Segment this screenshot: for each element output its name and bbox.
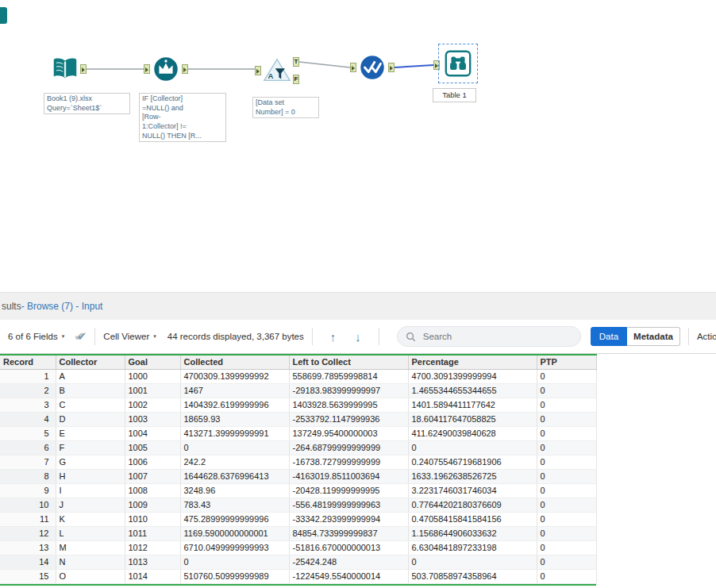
search-input[interactable] (422, 331, 560, 342)
data-cell[interactable]: M (56, 541, 125, 555)
data-cell[interactable]: J (56, 498, 125, 513)
data-cell[interactable]: 0 (537, 570, 596, 584)
data-cell[interactable]: 1403928.5639999995 (289, 398, 408, 413)
data-cell[interactable]: 1633.1962638526725 (408, 470, 537, 484)
column-header-left-to-collect[interactable]: Left to Collect (289, 355, 408, 370)
data-cell[interactable]: -4163019.8511003694 (289, 470, 408, 484)
data-cell[interactable]: 0.77644202180376609 (408, 498, 537, 513)
browse-tool[interactable] (443, 48, 473, 79)
output-anchor[interactable] (388, 63, 395, 72)
data-cell[interactable]: -2533792.1147999936 (289, 413, 408, 427)
data-cell[interactable]: 84854.733999999837 (289, 527, 408, 541)
scroll-down-button[interactable]: ↓ (350, 329, 366, 344)
record-number-cell[interactable]: 2 (0, 384, 56, 398)
data-cell[interactable]: 0 (537, 455, 596, 470)
true-output-anchor[interactable]: T (293, 57, 299, 67)
data-cell[interactable]: 783.43 (180, 498, 289, 513)
data-cell[interactable]: K (56, 513, 125, 527)
data-cell[interactable]: 3.2231746031746034 (408, 484, 537, 498)
column-header-record[interactable]: Record (0, 355, 56, 370)
record-number-cell[interactable]: 4 (0, 413, 56, 427)
data-cell[interactable]: D (56, 413, 125, 427)
column-header-ptp[interactable]: PTP (537, 355, 596, 370)
record-number-cell[interactable]: 5 (0, 427, 56, 441)
data-cell[interactable]: 1000 (125, 370, 180, 384)
data-cell[interactable]: 1004 (125, 427, 180, 441)
record-number-cell[interactable]: 10 (0, 498, 56, 513)
data-cell[interactable]: 1404392.6199999996 (180, 398, 289, 413)
data-cell[interactable]: 1467 (180, 384, 289, 398)
browse-tool-label[interactable]: Table 1 (433, 88, 476, 102)
input-data-tool[interactable] (50, 54, 80, 84)
data-cell[interactable]: 1169.5900000000001 (180, 527, 289, 541)
output-anchor[interactable] (80, 64, 87, 74)
data-cell[interactable]: H (56, 470, 125, 484)
search-box[interactable] (397, 326, 581, 347)
record-number-cell[interactable]: 1 (0, 370, 56, 384)
data-cell[interactable]: 6.6304841897233198 (408, 541, 537, 555)
data-cell[interactable]: 0 (537, 384, 596, 398)
data-cell[interactable]: 1401.5894411177642 (408, 398, 537, 413)
data-cell[interactable]: 411.62490039840628 (408, 427, 537, 441)
formula-annotation[interactable]: IF [Collector] =NULL() and [Row- 1:Colle… (139, 93, 226, 142)
data-cell[interactable]: 558699.78959998814 (289, 370, 408, 384)
record-number-cell[interactable]: 3 (0, 398, 56, 413)
data-cell[interactable]: -16738.727999999999 (289, 455, 408, 470)
data-cell[interactable]: B (56, 384, 125, 398)
filter-tool[interactable]: A (262, 56, 292, 86)
data-view-button[interactable]: Data (591, 327, 627, 346)
data-cell[interactable]: -556.48199999999963 (289, 498, 408, 513)
scroll-up-button[interactable]: ↑ (325, 329, 341, 344)
actions-menu[interactable]: Actions (697, 332, 716, 341)
workflow-canvas[interactable]: A T F Table 1 Book1 (9).xlsx Query=`Shee… (0, 0, 716, 292)
data-cell[interactable]: 0 (537, 370, 596, 384)
data-cell[interactable]: 1003 (125, 413, 180, 427)
data-cell[interactable]: 0 (408, 441, 537, 455)
data-cell[interactable]: -25424.248 (289, 555, 408, 570)
data-cell[interactable]: 0.24075546719681906 (408, 455, 537, 470)
data-cell[interactable]: -1224549.5540000014 (289, 570, 408, 584)
data-cell[interactable]: 0 (408, 555, 537, 570)
metadata-view-button[interactable]: Metadata (627, 327, 680, 346)
data-cell[interactable]: 0 (537, 484, 596, 498)
data-cell[interactable]: -33342.293999999994 (289, 513, 408, 527)
record-number-cell[interactable]: 12 (0, 527, 56, 541)
data-cell[interactable]: 1011 (125, 527, 180, 541)
data-cell[interactable]: 475.28999999999996 (180, 513, 289, 527)
data-cell[interactable]: 1005 (125, 441, 180, 455)
input-anchor[interactable] (255, 66, 261, 75)
data-cell[interactable]: I (56, 484, 125, 498)
connector[interactable] (299, 62, 350, 67)
column-header-collector[interactable]: Collector (56, 355, 125, 370)
data-cell[interactable]: 1006 (125, 455, 180, 470)
data-cell[interactable]: 4700309.1399999992 (180, 370, 289, 384)
record-number-cell[interactable]: 9 (0, 484, 56, 498)
data-cell[interactable]: -51816.670000000013 (289, 541, 408, 555)
input-annotation[interactable]: Book1 (9).xlsx Query=`Sheet1$` (44, 93, 130, 114)
data-cell[interactable]: 1002 (125, 398, 180, 413)
data-cell[interactable]: 0 (537, 398, 596, 413)
data-cell[interactable]: 0 (537, 498, 596, 513)
data-cell[interactable]: 137249.95400000003 (289, 427, 408, 441)
false-output-anchor[interactable]: F (293, 75, 299, 84)
connector-selected[interactable] (395, 65, 433, 67)
data-cell[interactable]: 0 (537, 513, 596, 527)
data-cell[interactable]: G (56, 455, 125, 470)
data-cell[interactable]: 4700.3091399999994 (408, 370, 537, 384)
unique-tool[interactable] (357, 52, 387, 83)
data-cell[interactable]: -20428.119999999995 (289, 484, 408, 498)
data-cell[interactable]: 18.604117647058825 (408, 413, 537, 427)
data-cell[interactable]: 242.2 (180, 455, 289, 470)
data-cell[interactable]: 0 (180, 555, 289, 570)
data-cell[interactable]: 1009 (125, 498, 180, 513)
cell-viewer-dropdown[interactable]: Cell Viewer▾ (103, 332, 156, 341)
data-cell[interactable]: 413271.39999999991 (180, 427, 289, 441)
data-cell[interactable]: 1014 (125, 570, 180, 584)
data-cell[interactable]: 1013 (125, 555, 180, 570)
input-anchor[interactable] (350, 63, 356, 72)
data-cell[interactable]: L (56, 527, 125, 541)
data-cell[interactable]: 0.47058415841584156 (408, 513, 537, 527)
record-number-cell[interactable]: 14 (0, 555, 56, 570)
data-cell[interactable]: 0 (537, 470, 596, 484)
data-cell[interactable]: -264.68799999999999 (289, 441, 408, 455)
